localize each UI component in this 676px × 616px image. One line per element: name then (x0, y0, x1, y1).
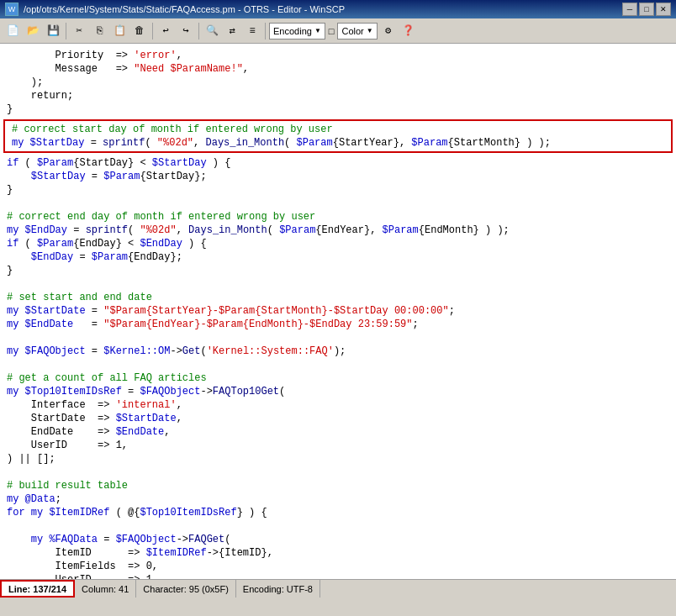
maximize-button[interactable]: □ (639, 3, 654, 16)
editor-container: Priority => 'error', Message => "Need $P… (0, 44, 676, 579)
sep2 (152, 23, 153, 39)
status-encoding: Encoding: UTF-8 (236, 580, 320, 598)
minimize-button[interactable]: ─ (622, 3, 637, 16)
editor-content[interactable]: Priority => 'error', Message => "Need $P… (0, 44, 676, 579)
highlight-block: # correct start day of month if entered … (3, 119, 673, 153)
status-character: Character: 95 (0x5F) (136, 580, 235, 598)
code-pre-block: Priority => 'error', Message => "Need $P… (0, 47, 676, 118)
copy-button[interactable]: ⎘ (90, 22, 108, 40)
new-button[interactable]: 📄 (3, 22, 22, 40)
toolbar: 📄 📂 💾 ✂ ⎘ 📋 🗑 ↩ ↪ 🔍 ⇄ ≡ Encoding ▼ □ Col… (0, 18, 676, 44)
title-bar: W /opt/otrs/Kernel/System/Stats/Static/F… (0, 0, 676, 18)
undo-button[interactable]: ↩ (156, 22, 175, 40)
sep3 (198, 23, 199, 39)
paste-button[interactable]: 📋 (110, 22, 129, 40)
status-column: Column: 41 (75, 580, 136, 598)
replace-button[interactable]: ⇄ (223, 22, 241, 40)
open-button[interactable]: 📂 (24, 22, 42, 40)
status-line: Line: 137/214 (0, 580, 75, 598)
color-equals: □ (327, 26, 336, 36)
save-button[interactable]: 💾 (44, 22, 62, 40)
settings-button[interactable]: ⚙ (379, 22, 398, 40)
highlighted-code: # correct start day of month if entered … (5, 121, 671, 151)
status-bar: Line: 137/214 Column: 41 Character: 95 (… (0, 579, 676, 598)
code-post-block: if ( $Param{StartDay} < $StartDay ) { $S… (0, 155, 676, 579)
title-bar-text: /opt/otrs/Kernel/System/Stats/Static/FAQ… (24, 4, 622, 14)
format-button[interactable]: ≡ (243, 22, 261, 40)
cut-button[interactable]: ✂ (70, 22, 88, 40)
delete-button[interactable]: 🗑 (130, 22, 149, 40)
close-button[interactable]: ✕ (656, 3, 671, 16)
sep1 (66, 23, 66, 39)
redo-button[interactable]: ↪ (177, 22, 195, 40)
color-dropdown-arrow: ▼ (367, 27, 373, 34)
app-icon: W (5, 3, 18, 16)
help-button[interactable]: ❓ (399, 22, 418, 40)
title-bar-controls[interactable]: ─ □ ✕ (622, 3, 671, 16)
sep4 (265, 23, 266, 39)
color-dropdown[interactable]: Color ▼ (337, 23, 377, 39)
find-button[interactable]: 🔍 (203, 22, 221, 40)
encoding-dropdown-arrow: ▼ (314, 27, 321, 34)
encoding-dropdown[interactable]: Encoding ▼ (269, 23, 325, 39)
